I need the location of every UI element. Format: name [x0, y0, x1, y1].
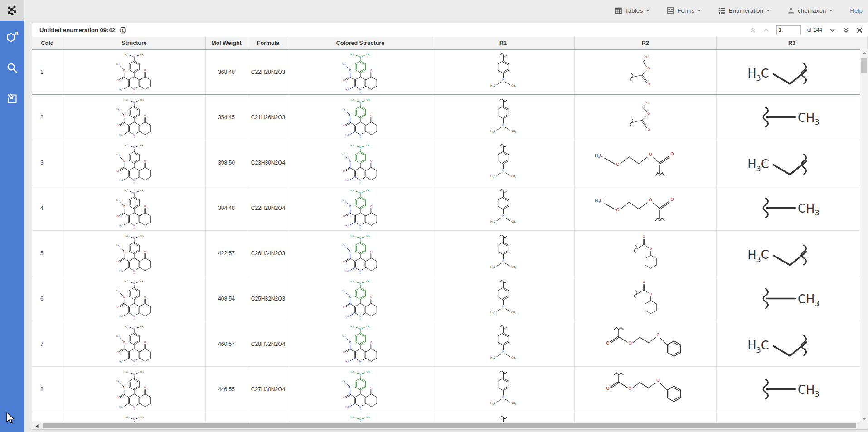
menu-user[interactable]: chemaxon — [787, 7, 833, 14]
cell-mol-weight[interactable]: 398.50 — [206, 140, 247, 185]
table-row[interactable]: 2H3CNCH3NHOOOCH3H3C354.45C21H26N2O3H3CNC… — [32, 95, 861, 140]
cell-cdid[interactable]: 6 — [32, 276, 63, 321]
cell-colored-structure[interactable]: H3CNCH3NHOOOCH3H3C — [289, 367, 432, 412]
column-header-cdid[interactable]: CdId — [32, 37, 63, 49]
cell-mol-weight[interactable]: 422.57 — [206, 231, 247, 276]
table-row[interactable]: 3H3CNCH3NHOOOCH3H3C398.50C23H30N2O4H3CNC… — [32, 140, 861, 185]
cell-formula[interactable]: C26H34N2O3 — [247, 231, 289, 276]
table-row[interactable]: 6H3CNCH3NHOOOCH3H3C408.54C25H32N2O3H3CNC… — [32, 276, 861, 321]
vertical-scrollbar[interactable] — [860, 49, 868, 423]
first-record-button[interactable] — [749, 26, 756, 34]
scroll-left-arrow[interactable] — [32, 422, 42, 430]
sidebar-item-import[interactable] — [5, 92, 19, 106]
close-icon[interactable] — [856, 26, 863, 34]
cell-r2[interactable]: OOO — [575, 367, 717, 412]
cell-r3[interactable]: CH3 — [717, 95, 861, 140]
cell-structure[interactable]: H3CNCH3NHOOOCH3H3C — [63, 412, 206, 423]
cell-r1[interactable]: NH3CCH3 — [432, 412, 575, 423]
cell-r1[interactable]: NH3CCH3 — [432, 185, 575, 230]
cell-mol-weight[interactable]: 384.48 — [206, 185, 247, 230]
cell-r2[interactable]: OO — [575, 231, 717, 276]
next-record-button[interactable] — [829, 26, 836, 34]
cell-structure[interactable]: H3CNCH3NHOOOCH3H3C — [63, 276, 206, 321]
cell-r1[interactable]: NH3CCH3 — [432, 95, 575, 140]
cell-formula[interactable]: C28H32N2O4 — [247, 321, 289, 366]
cell-colored-structure[interactable]: H3CNCH3NHOOOCH3H3C — [289, 321, 432, 366]
table-row[interactable]: 8H3CNCH3NHOOOCH3H3C446.55C27H30N2O4H3CNC… — [32, 367, 861, 412]
cell-structure[interactable]: H3CNCH3NHOOOCH3H3C — [63, 231, 206, 276]
cell-r3[interactable]: H3C — [717, 412, 861, 423]
cell-formula[interactable]: C23H30N2O4 — [247, 140, 289, 185]
cell-cdid[interactable] — [32, 412, 63, 423]
cell-cdid[interactable]: 1 — [32, 50, 63, 94]
sidebar-item-search[interactable] — [5, 61, 19, 75]
cell-mol-weight[interactable]: 446.55 — [206, 367, 247, 412]
cell-r2[interactable]: OOCH3 — [575, 95, 717, 140]
table-row[interactable]: 1H3CNCH3NHOOOCH3H3C368.48C22H28N2O3H3CNC… — [32, 49, 861, 95]
cell-cdid[interactable]: 2 — [32, 95, 63, 140]
last-record-button[interactable] — [842, 26, 849, 34]
cell-r1[interactable]: NH3CCH3 — [432, 50, 575, 94]
cell-r3[interactable]: H3C — [717, 321, 861, 366]
record-number-input[interactable] — [776, 25, 801, 34]
cell-mol-weight[interactable]: 408.54 — [206, 276, 247, 321]
cell-r2[interactable]: OOO — [575, 321, 717, 366]
cell-colored-structure[interactable]: H3CNCH3NHOOOCH3H3C — [289, 276, 432, 321]
cell-r2[interactable]: OOCH3 — [575, 50, 717, 94]
cell-mol-weight[interactable]: 354.45 — [206, 95, 247, 140]
cell-r2[interactable]: H3COOO — [575, 412, 717, 423]
cell-colored-structure[interactable]: H3CNCH3NHOOOCH3H3C — [289, 140, 432, 185]
cell-structure[interactable]: H3CNCH3NHOOOCH3H3C — [63, 367, 206, 412]
cell-r3[interactable]: H3C — [717, 140, 861, 185]
cell-colored-structure[interactable]: H3CNCH3NHOOOCH3H3C — [289, 95, 432, 140]
cell-structure[interactable]: H3CNCH3NHOOOCH3H3C — [63, 321, 206, 366]
horizontal-scrollbar[interactable] — [32, 422, 861, 429]
cell-cdid[interactable]: 7 — [32, 321, 63, 366]
cell-structure[interactable]: H3CNCH3NHOOOCH3H3C — [63, 140, 206, 185]
app-logo[interactable] — [0, 0, 24, 21]
cell-cdid[interactable]: 5 — [32, 231, 63, 276]
cell-r2[interactable]: OO — [575, 276, 717, 321]
menu-enumeration[interactable]: Enumeration — [718, 7, 770, 14]
cell-r3[interactable]: CH3 — [717, 185, 861, 230]
cell-formula[interactable]: C25H32N2O3 — [247, 276, 289, 321]
column-header-structure[interactable]: Structure — [63, 37, 206, 49]
cell-formula[interactable]: C21H26N2O3 — [247, 95, 289, 140]
cell-formula[interactable]: C22H28N2O4 — [247, 185, 289, 230]
cell-formula[interactable] — [247, 412, 289, 423]
column-header-r1[interactable]: R1 — [432, 37, 575, 49]
cell-formula[interactable]: C22H28N2O3 — [247, 50, 289, 94]
scroll-up-arrow[interactable] — [860, 49, 868, 57]
cell-r2[interactable]: H3COOO — [575, 185, 717, 230]
cell-mol-weight[interactable]: 368.48 — [206, 50, 247, 94]
table-row[interactable]: 5H3CNCH3NHOOOCH3H3C422.57C26H34N2O3H3CNC… — [32, 231, 861, 276]
info-icon[interactable]: i — [119, 27, 126, 34]
cell-colored-structure[interactable]: H3CNCH3NHOOOCH3H3C — [289, 231, 432, 276]
column-header-mol-weight[interactable]: Mol Weight — [206, 37, 247, 49]
cell-formula[interactable]: C27H30N2O4 — [247, 367, 289, 412]
vertical-scroll-thumb[interactable] — [861, 58, 867, 73]
previous-record-button[interactable] — [763, 26, 770, 34]
cell-r3[interactable]: CH3 — [717, 276, 861, 321]
cell-cdid[interactable]: 3 — [32, 140, 63, 185]
cell-r1[interactable]: NH3CCH3 — [432, 231, 575, 276]
cell-structure[interactable]: H3CNCH3NHOOOCH3H3C — [63, 185, 206, 230]
cell-colored-structure[interactable]: H3CNCH3NHOOOCH3H3C — [289, 50, 432, 94]
table-row[interactable]: 7H3CNCH3NHOOOCH3H3C460.57C28H32N2O4H3CNC… — [32, 321, 861, 367]
cell-cdid[interactable]: 8 — [32, 367, 63, 412]
cell-colored-structure[interactable]: H3CNCH3NHOOOCH3H3C — [289, 412, 432, 423]
cell-mol-weight[interactable]: 460.57 — [206, 321, 247, 366]
menu-forms[interactable]: Forms — [667, 7, 701, 14]
table-row[interactable]: 4H3CNCH3NHOOOCH3H3C384.48C22H28N2O4H3CNC… — [32, 185, 861, 231]
menu-tables[interactable]: Tables — [615, 7, 650, 14]
help-link[interactable]: Help — [850, 7, 863, 14]
cell-colored-structure[interactable]: H3CNCH3NHOOOCH3H3C — [289, 185, 432, 230]
cell-structure[interactable]: H3CNCH3NHOOOCH3H3C — [63, 95, 206, 140]
table-row[interactable]: H3CNCH3NHOOOCH3H3CH3CNCH3NHOOOCH3H3CNH3C… — [32, 412, 861, 423]
column-header-r2[interactable]: R2 — [575, 37, 717, 49]
cell-structure[interactable]: H3CNCH3NHOOOCH3H3C — [63, 50, 206, 94]
sidebar-item-rgroup-enumeration[interactable]: R — [5, 30, 19, 44]
cell-r1[interactable]: NH3CCH3 — [432, 321, 575, 366]
cell-r1[interactable]: NH3CCH3 — [432, 140, 575, 185]
column-header-r3[interactable]: R3 — [717, 37, 868, 49]
